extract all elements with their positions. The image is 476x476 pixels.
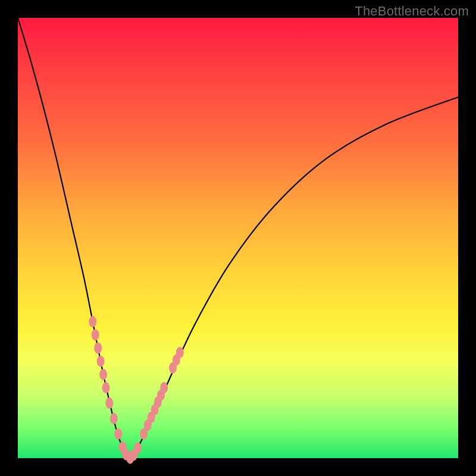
plot-area xyxy=(18,18,458,458)
bottleneck-curve xyxy=(18,18,458,458)
data-marker xyxy=(102,382,110,393)
data-marker xyxy=(110,413,118,424)
chart-svg xyxy=(18,18,458,458)
marker-group xyxy=(89,316,183,464)
data-marker xyxy=(99,369,107,380)
data-marker xyxy=(97,356,105,367)
data-marker xyxy=(94,343,102,354)
watermark-text: TheBottleneck.com xyxy=(355,4,469,19)
data-marker xyxy=(92,329,99,340)
data-marker xyxy=(176,347,184,358)
data-marker xyxy=(114,428,122,440)
chart-frame: TheBottleneck.com xyxy=(0,0,476,476)
data-marker xyxy=(105,397,113,409)
data-marker xyxy=(160,382,168,393)
data-marker xyxy=(89,316,96,327)
data-marker xyxy=(134,443,142,454)
